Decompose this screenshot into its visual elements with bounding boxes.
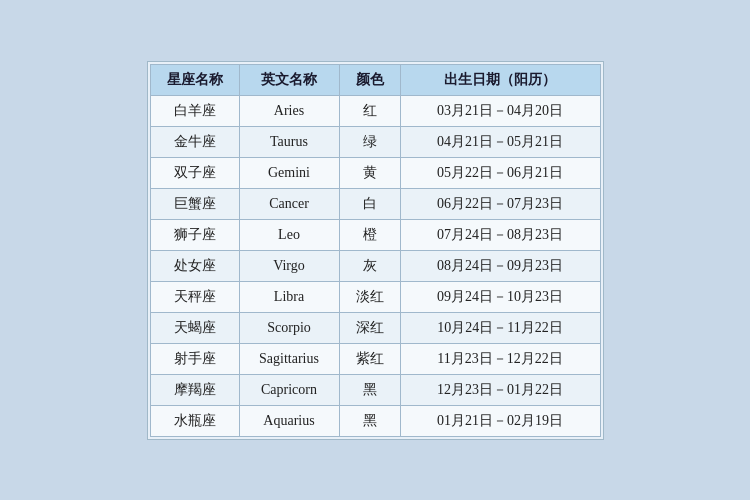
cell-date: 09月24日－10月23日	[400, 281, 600, 312]
cell-date: 07月24日－08月23日	[400, 219, 600, 250]
zodiac-table-wrapper: 星座名称 英文名称 颜色 出生日期（阳历） 白羊座Aries红03月21日－04…	[147, 61, 604, 440]
cell-english: Aquarius	[239, 405, 339, 436]
table-header-row: 星座名称 英文名称 颜色 出生日期（阳历）	[150, 64, 600, 95]
cell-color: 红	[339, 95, 400, 126]
zodiac-table: 星座名称 英文名称 颜色 出生日期（阳历） 白羊座Aries红03月21日－04…	[150, 64, 601, 437]
table-row: 金牛座Taurus绿04月21日－05月21日	[150, 126, 600, 157]
cell-chinese: 摩羯座	[150, 374, 239, 405]
table-row: 射手座Sagittarius紫红11月23日－12月22日	[150, 343, 600, 374]
cell-date: 10月24日－11月22日	[400, 312, 600, 343]
cell-chinese: 狮子座	[150, 219, 239, 250]
header-english: 英文名称	[239, 64, 339, 95]
table-row: 双子座Gemini黄05月22日－06月21日	[150, 157, 600, 188]
cell-color: 白	[339, 188, 400, 219]
cell-color: 黑	[339, 374, 400, 405]
table-row: 处女座Virgo灰08月24日－09月23日	[150, 250, 600, 281]
cell-date: 06月22日－07月23日	[400, 188, 600, 219]
cell-date: 08月24日－09月23日	[400, 250, 600, 281]
table-row: 天蝎座Scorpio深红10月24日－11月22日	[150, 312, 600, 343]
cell-color: 黑	[339, 405, 400, 436]
cell-chinese: 天秤座	[150, 281, 239, 312]
cell-chinese: 处女座	[150, 250, 239, 281]
cell-english: Taurus	[239, 126, 339, 157]
cell-english: Capricorn	[239, 374, 339, 405]
cell-english: Gemini	[239, 157, 339, 188]
cell-chinese: 巨蟹座	[150, 188, 239, 219]
header-date: 出生日期（阳历）	[400, 64, 600, 95]
cell-english: Cancer	[239, 188, 339, 219]
cell-color: 橙	[339, 219, 400, 250]
cell-english: Leo	[239, 219, 339, 250]
cell-color: 紫红	[339, 343, 400, 374]
table-row: 水瓶座Aquarius黑01月21日－02月19日	[150, 405, 600, 436]
cell-english: Virgo	[239, 250, 339, 281]
table-row: 狮子座Leo橙07月24日－08月23日	[150, 219, 600, 250]
cell-chinese: 双子座	[150, 157, 239, 188]
cell-chinese: 水瓶座	[150, 405, 239, 436]
cell-date: 03月21日－04月20日	[400, 95, 600, 126]
cell-chinese: 金牛座	[150, 126, 239, 157]
header-color: 颜色	[339, 64, 400, 95]
cell-english: Sagittarius	[239, 343, 339, 374]
table-row: 摩羯座Capricorn黑12月23日－01月22日	[150, 374, 600, 405]
table-row: 白羊座Aries红03月21日－04月20日	[150, 95, 600, 126]
cell-chinese: 天蝎座	[150, 312, 239, 343]
cell-date: 01月21日－02月19日	[400, 405, 600, 436]
cell-chinese: 射手座	[150, 343, 239, 374]
cell-date: 04月21日－05月21日	[400, 126, 600, 157]
cell-date: 12月23日－01月22日	[400, 374, 600, 405]
table-row: 巨蟹座Cancer白06月22日－07月23日	[150, 188, 600, 219]
cell-date: 11月23日－12月22日	[400, 343, 600, 374]
cell-chinese: 白羊座	[150, 95, 239, 126]
cell-date: 05月22日－06月21日	[400, 157, 600, 188]
cell-color: 灰	[339, 250, 400, 281]
cell-english: Aries	[239, 95, 339, 126]
table-row: 天秤座Libra淡红09月24日－10月23日	[150, 281, 600, 312]
cell-english: Libra	[239, 281, 339, 312]
header-chinese: 星座名称	[150, 64, 239, 95]
cell-color: 绿	[339, 126, 400, 157]
cell-color: 深红	[339, 312, 400, 343]
cell-color: 淡红	[339, 281, 400, 312]
cell-color: 黄	[339, 157, 400, 188]
cell-english: Scorpio	[239, 312, 339, 343]
